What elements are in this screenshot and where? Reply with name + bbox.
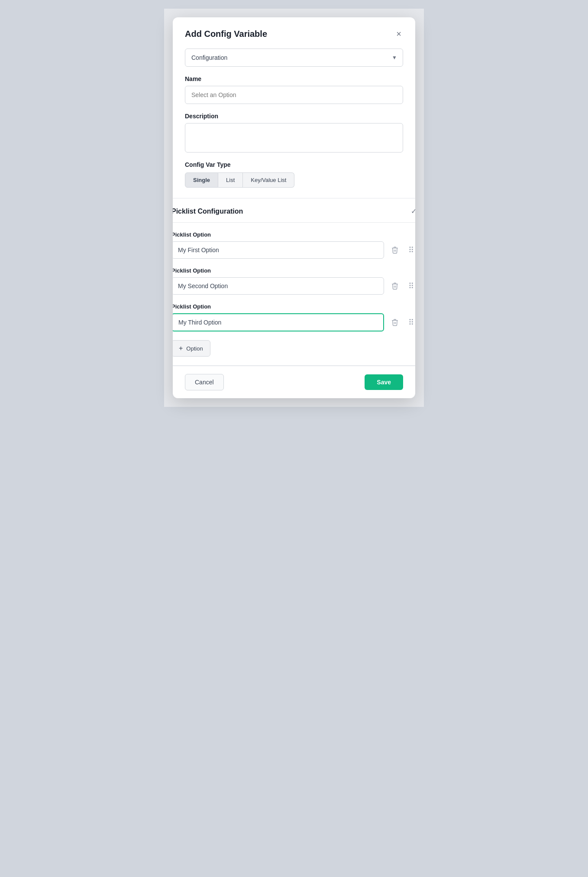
configuration-select-wrapper: Configuration ▼ xyxy=(185,49,403,67)
add-option-button[interactable]: + Option xyxy=(173,340,210,357)
picklist-input-1[interactable] xyxy=(173,241,384,259)
picklist-option-row-2 xyxy=(173,277,415,295)
name-field-group: Name xyxy=(185,75,403,104)
config-var-type-section: Config Var Type Single List Key/Value Li… xyxy=(185,161,403,188)
top-config-area: Configuration ▼ xyxy=(173,49,415,67)
modal-header: Add Config Variable × xyxy=(173,17,415,49)
picklist-option-group-3: Picklist Option xyxy=(173,303,415,331)
modal-body: Name Description Config Var Type Single … xyxy=(173,75,415,188)
trash-icon-1 xyxy=(391,246,399,254)
description-field-group: Description xyxy=(185,113,403,153)
type-button-single[interactable]: Single xyxy=(185,172,218,188)
type-button-list[interactable]: List xyxy=(218,172,243,188)
config-var-type-label: Config Var Type xyxy=(185,161,403,168)
picklist-option-row-3 xyxy=(173,313,415,331)
picklist-option-label-1: Picklist Option xyxy=(173,231,415,238)
picklist-option-label-3: Picklist Option xyxy=(173,303,415,310)
name-input[interactable] xyxy=(185,86,403,104)
modal-dialog: Add Config Variable × Configuration ▼ Na… xyxy=(173,17,415,398)
picklist-header: Picklist Configuration ✓ xyxy=(173,198,415,223)
trash-icon-2 xyxy=(391,282,399,290)
picklist-option-group-2: Picklist Option xyxy=(173,267,415,295)
picklist-title: Picklist Configuration xyxy=(173,208,243,215)
description-input[interactable] xyxy=(185,123,403,153)
picklist-option-label-2: Picklist Option xyxy=(173,267,415,274)
description-label: Description xyxy=(185,113,403,120)
picklist-body: Picklist Option xyxy=(173,223,415,365)
picklist-section: Picklist Configuration ✓ Picklist Option xyxy=(173,198,415,366)
picklist-input-3[interactable] xyxy=(173,313,384,331)
check-icon: ✓ xyxy=(411,207,415,215)
save-button[interactable]: Save xyxy=(365,374,403,390)
modal-footer: Cancel Save xyxy=(173,366,415,398)
drag-handle-3[interactable] xyxy=(406,315,415,330)
cancel-button[interactable]: Cancel xyxy=(185,374,224,390)
trash-icon-3 xyxy=(391,318,399,326)
plus-icon: + xyxy=(179,344,183,352)
drag-handle-1[interactable] xyxy=(406,243,415,257)
drag-handle-2[interactable] xyxy=(406,279,415,293)
type-buttons-group: Single List Key/Value List xyxy=(185,172,403,188)
name-label: Name xyxy=(185,75,403,82)
close-button[interactable]: × xyxy=(394,28,403,40)
type-button-keyvalue[interactable]: Key/Value List xyxy=(243,172,294,188)
modal-overlay: Add Config Variable × Configuration ▼ Na… xyxy=(164,9,424,407)
modal-title: Add Config Variable xyxy=(185,29,267,39)
delete-option-3-button[interactable] xyxy=(388,316,401,329)
delete-option-2-button[interactable] xyxy=(388,279,401,292)
configuration-select[interactable]: Configuration xyxy=(185,49,403,67)
picklist-option-group-1: Picklist Option xyxy=(173,231,415,259)
picklist-input-2[interactable] xyxy=(173,277,384,295)
delete-option-1-button[interactable] xyxy=(388,244,401,257)
picklist-option-row-1 xyxy=(173,241,415,259)
add-option-label: Option xyxy=(186,345,203,352)
